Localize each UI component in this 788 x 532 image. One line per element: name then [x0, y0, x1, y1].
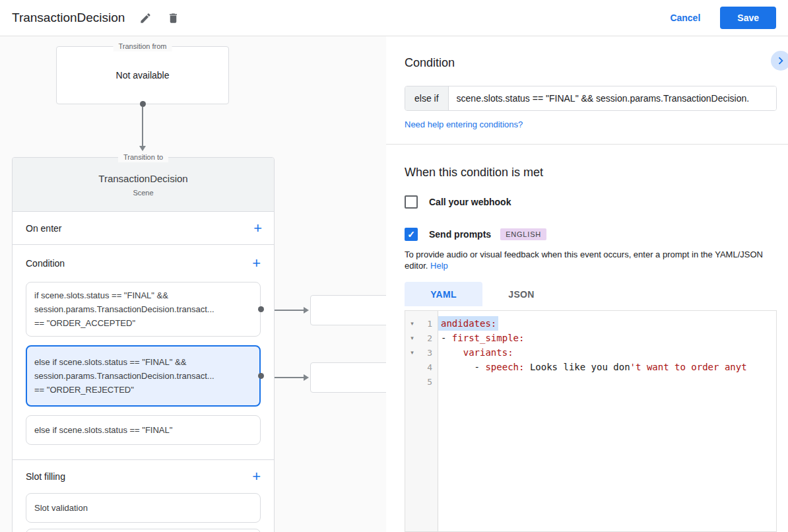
condition-item-selected[interactable]: else if scene.slots.status == "FINAL" &&…	[26, 345, 261, 407]
code-line: andidates:	[441, 316, 776, 331]
connector-dot[interactable]	[140, 101, 146, 107]
panel-divider	[386, 144, 788, 145]
condition-help-link[interactable]: Need help entering conditions?	[405, 119, 523, 129]
code-line: - speech: Looks like you don't want to o…	[441, 360, 776, 374]
prompt-description: To provide audio or visual feedback when…	[405, 249, 772, 271]
code-line: - first_simple:	[441, 331, 776, 345]
code-line: variants:	[441, 345, 776, 360]
add-on-enter-icon[interactable]: +	[253, 221, 262, 236]
fold-arrow-icon[interactable]: ▾	[405, 349, 419, 356]
line-number: 3	[419, 348, 436, 358]
transition-to-label: Transition to	[118, 152, 168, 162]
condition-expression-row: else if	[405, 86, 777, 111]
scene-title: TransactionDecision	[13, 173, 274, 184]
condition-section: Condition + if scene.slots.status == "FI…	[13, 245, 274, 460]
condition-text-line: == "ORDER_ACCEPTED"	[34, 316, 252, 330]
condition-text-line: else if scene.slots.status == "FINAL" &&	[34, 355, 252, 369]
check-icon: ✓	[407, 229, 415, 240]
add-condition-icon[interactable]: +	[252, 256, 261, 271]
gutter-line: ▾ 1	[405, 316, 438, 331]
transition-from-content: Not available	[57, 47, 228, 104]
slot-filling-section-header: Slot filling +	[26, 460, 261, 493]
call-webhook-label: Call your webhook	[429, 197, 511, 207]
condition-text-line: session.params.TransactionDecision.trans…	[34, 302, 252, 316]
condition-section-header: Condition +	[26, 245, 261, 282]
tab-json[interactable]: JSON	[482, 282, 560, 306]
transition-target-box[interactable]	[310, 295, 386, 325]
editor-tabs: YAML JSON	[405, 282, 560, 306]
condition-text-line: else if scene.slots.status == "FINAL"	[34, 423, 252, 437]
scene-subtitle: Scene	[13, 189, 274, 197]
condition-text-line: if scene.slots.status == "FINAL" &&	[34, 288, 252, 302]
line-number: 4	[419, 362, 436, 372]
save-button[interactable]: Save	[720, 7, 776, 29]
condition-arrowhead-icon	[304, 374, 309, 381]
gutter-line: 4	[405, 360, 438, 374]
locale-badge: ENGLISH	[500, 228, 546, 240]
line-number: 5	[419, 377, 436, 387]
transition-arrow-line	[142, 107, 143, 147]
scene-card: Transition to TransactionDecision Scene …	[12, 157, 275, 532]
chevron-right-icon	[773, 53, 788, 68]
condition-arrowhead-icon	[304, 307, 309, 314]
condition-section-label: Condition	[26, 258, 65, 269]
scene-card-header: TransactionDecision Scene	[13, 158, 274, 212]
slot-filling-section: Slot filling + Slot validation	[13, 460, 274, 532]
slot-filling-label: Slot filling	[26, 471, 65, 482]
fold-arrow-icon[interactable]: ▾	[405, 335, 419, 341]
tab-yaml[interactable]: YAML	[405, 282, 482, 306]
collapse-panel-button[interactable]	[771, 51, 788, 71]
transition-from-label: Transition from	[114, 42, 172, 51]
condition-prefix-label: else if	[405, 86, 449, 110]
edit-icon[interactable]	[134, 7, 156, 29]
slot-item-partial[interactable]	[26, 529, 261, 532]
transition-target-box[interactable]	[310, 362, 386, 393]
connector-dot[interactable]	[258, 306, 264, 312]
webhook-row: Call your webhook	[405, 195, 511, 209]
transition-from-box: Transition from Not available	[56, 46, 229, 104]
code-editor[interactable]: ▾ 1 ▾ 2 ▾ 3 4 5 andidates: - first_simpl…	[405, 310, 777, 532]
line-number: 1	[419, 319, 436, 329]
prompt-description-text: To provide audio or visual feedback when…	[405, 249, 763, 271]
text-selection: andidates:	[438, 316, 498, 331]
connector-dot[interactable]	[258, 373, 264, 379]
condition-input[interactable]	[449, 86, 776, 110]
transition-arrowhead-icon	[139, 146, 146, 151]
gutter-line: 5	[405, 374, 438, 389]
condition-text-line: session.params.TransactionDecision.trans…	[34, 369, 252, 383]
line-number: 2	[419, 333, 436, 343]
delete-icon[interactable]	[162, 7, 184, 29]
send-prompts-label: Send prompts	[429, 229, 491, 240]
gutter-line: ▾ 3	[405, 345, 438, 360]
scene-diagram-canvas: Transition from Not available Transition…	[0, 36, 386, 532]
condition-editor-panel: Condition else if Need help entering con…	[386, 36, 788, 532]
send-prompts-checkbox[interactable]: ✓	[405, 228, 418, 241]
call-webhook-checkbox[interactable]	[405, 195, 418, 209]
page-title: TransactionDecision	[12, 11, 125, 25]
fold-arrow-icon[interactable]: ▾	[405, 320, 419, 327]
on-enter-label: On enter	[26, 223, 61, 234]
header: TransactionDecision Cancel Save	[0, 0, 788, 36]
send-prompts-row: ✓ Send prompts ENGLISH	[405, 228, 546, 241]
editor-gutter: ▾ 1 ▾ 2 ▾ 3 4 5	[405, 311, 438, 531]
code-line	[441, 374, 776, 389]
editor-code-area[interactable]: andidates: - first_simple: variants: - s…	[438, 311, 776, 531]
add-slot-icon[interactable]: +	[252, 469, 261, 484]
slot-item[interactable]: Slot validation	[26, 493, 261, 523]
gutter-line: ▾ 2	[405, 331, 438, 345]
condition-met-heading: When this condition is met	[405, 166, 543, 180]
condition-text-line: == "ORDER_REJECTED"	[34, 383, 252, 397]
condition-item[interactable]: if scene.slots.status == "FINAL" && sess…	[26, 282, 261, 337]
panel-title: Condition	[405, 56, 455, 70]
help-link[interactable]: Help	[430, 261, 448, 271]
on-enter-row[interactable]: On enter +	[13, 212, 274, 245]
cancel-button[interactable]: Cancel	[670, 13, 700, 23]
condition-item[interactable]: else if scene.slots.status == "FINAL"	[26, 415, 261, 445]
